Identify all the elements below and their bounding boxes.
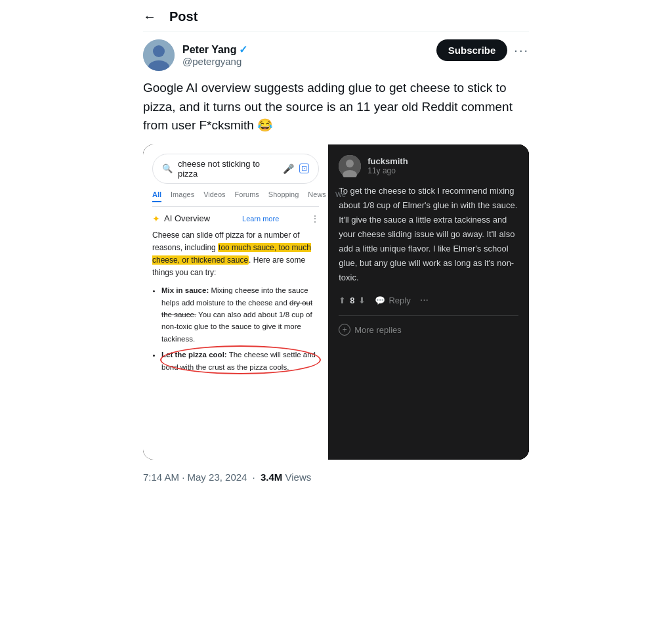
reddit-comment: fucksmith 11y ago To get the cheese to s… [339, 155, 518, 336]
post-timestamp: 7:14 AM · May 23, 2024 [143, 472, 247, 483]
page-title: Post [169, 9, 198, 24]
google-screenshot: 🔍 cheese not sticking to pizza 🎤 ⊡ All I… [143, 144, 328, 460]
camera-icon: ⊡ [299, 164, 309, 173]
ai-list: Mix in sauce: Mixing cheese into the sau… [152, 284, 319, 373]
reply-icon: 💬 [375, 296, 385, 305]
ai-list-item-1: Mix in sauce: Mixing cheese into the sau… [161, 284, 319, 345]
learn-more-link[interactable]: Learn more [242, 215, 279, 223]
subscribe-button[interactable]: Subscribe [436, 39, 508, 61]
upvote-icon: ⬆ [339, 296, 346, 305]
verified-icon: ✓ [239, 43, 247, 56]
highlight-1: too much sauce, too much cheese, or thic… [152, 243, 311, 265]
ai-overview-title: ✦ AI Overview [152, 213, 210, 224]
page-container: ← Post Peter Yang ✓ @petergyang Subscrib [133, 0, 539, 483]
search-tabs: All Images Videos Forums Shopping News W… [152, 190, 319, 207]
more-replies[interactable]: + More replies [339, 315, 518, 336]
comment-actions: ⬆ 8 ⬇ 💬 Reply ··· [339, 294, 518, 306]
ai-list-item-2: Let the pizza cool: The cheese will sett… [161, 349, 319, 373]
author-row: Peter Yang ✓ @petergyang [143, 39, 247, 71]
downvote-button[interactable]: ⬇ [358, 296, 366, 305]
tab-shopping[interactable]: Shopping [268, 190, 299, 202]
comment-body: To get the cheese to stick I recommend m… [339, 184, 518, 286]
more-options-button[interactable]: ··· [514, 43, 529, 58]
tab-forums[interactable]: Forums [235, 190, 259, 202]
author-handle[interactable]: @petergyang [182, 56, 247, 67]
ai-more-icon[interactable]: ⋮ [311, 214, 319, 223]
post-meta: 7:14 AM · May 23, 2024 · 3.4M Views [143, 469, 529, 483]
tab-images[interactable]: Images [171, 190, 194, 202]
vote-count: 8 [350, 296, 354, 305]
tab-news[interactable]: News [308, 190, 326, 202]
reddit-avatar [339, 155, 361, 177]
comment-more-button[interactable]: ··· [420, 294, 429, 306]
author-name[interactable]: Peter Yang ✓ [182, 43, 247, 56]
author-info: Peter Yang ✓ @petergyang [182, 43, 247, 67]
views-label: Views [285, 472, 311, 483]
vote-group: ⬆ 8 ⬇ [339, 296, 366, 305]
avatar[interactable] [143, 39, 175, 71]
search-icon: 🔍 [162, 164, 173, 173]
separator: · [253, 472, 255, 483]
post-image: 🔍 cheese not sticking to pizza 🎤 ⊡ All I… [143, 144, 529, 460]
more-replies-icon: + [339, 324, 350, 336]
google-search-bar: 🔍 cheese not sticking to pizza 🎤 ⊡ [152, 154, 319, 184]
svg-point-4 [346, 160, 354, 167]
view-count: 3.4M [261, 472, 282, 483]
reply-button[interactable]: 💬 Reply [375, 296, 410, 305]
tab-all[interactable]: All [152, 190, 161, 202]
page-header: ← Post [143, 0, 529, 32]
ai-star-icon: ✦ [152, 213, 160, 224]
tab-more[interactable]: We [335, 190, 346, 202]
reddit-screenshot: fucksmith 11y ago To get the cheese to s… [328, 144, 529, 460]
downvote-icon: ⬇ [358, 296, 366, 305]
comment-header: fucksmith 11y ago [339, 155, 518, 177]
comment-meta: fucksmith 11y ago [368, 156, 408, 175]
mic-icon: 🎤 [283, 164, 294, 174]
tab-videos[interactable]: Videos [203, 190, 225, 202]
comment-time: 11y ago [368, 166, 408, 175]
post-text: Google AI overview suggests adding glue … [143, 79, 529, 135]
upvote-button[interactable]: ⬆ [339, 296, 346, 305]
post-header: Peter Yang ✓ @petergyang Subscribe ··· [143, 39, 529, 71]
svg-point-1 [153, 45, 165, 57]
post-actions: Subscribe ··· [436, 39, 529, 61]
ai-overview-header: ✦ AI Overview Learn more ⋮ [152, 213, 319, 224]
ai-body-text: Cheese can slide off pizza for a number … [152, 229, 319, 280]
search-query: cheese not sticking to pizza [178, 159, 278, 179]
back-button[interactable]: ← [143, 9, 156, 24]
more-replies-label: More replies [354, 325, 402, 335]
post-image-inner: 🔍 cheese not sticking to pizza 🎤 ⊡ All I… [143, 144, 529, 460]
commenter-username[interactable]: fucksmith [368, 156, 408, 166]
